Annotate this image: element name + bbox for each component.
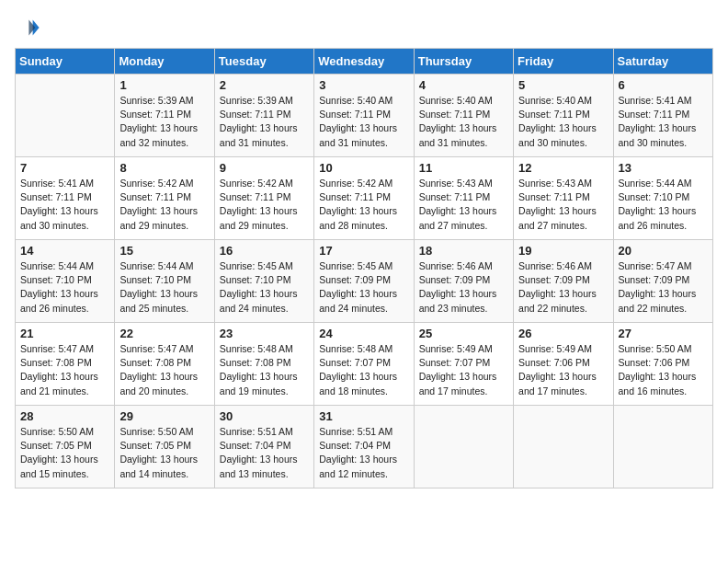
day-cell: 4Sunrise: 5:40 AMSunset: 7:11 PMDaylight…	[414, 75, 513, 157]
day-number: 31	[319, 409, 408, 423]
day-cell: 9Sunrise: 5:42 AMSunset: 7:11 PMDaylight…	[214, 157, 313, 240]
day-number: 10	[319, 161, 408, 175]
day-info: Sunrise: 5:51 AMSunset: 7:04 PMDaylight:…	[220, 425, 309, 481]
day-number: 25	[419, 327, 508, 340]
header-monday: Monday	[115, 49, 214, 75]
logo-icon	[15, 15, 40, 40]
day-cell: 3Sunrise: 5:40 AMSunset: 7:11 PMDaylight…	[314, 75, 414, 157]
day-cell: 16Sunrise: 5:45 AMSunset: 7:10 PMDayligh…	[214, 240, 313, 323]
day-number: 30	[220, 409, 309, 423]
day-cell: 25Sunrise: 5:49 AMSunset: 7:07 PMDayligh…	[414, 323, 513, 406]
day-info: Sunrise: 5:50 AMSunset: 7:05 PMDaylight:…	[20, 425, 109, 481]
header-sunday: Sunday	[16, 49, 115, 75]
page-header	[15, 15, 713, 40]
day-cell: 7Sunrise: 5:41 AMSunset: 7:11 PMDaylight…	[16, 157, 115, 240]
day-cell: 11Sunrise: 5:43 AMSunset: 7:11 PMDayligh…	[414, 157, 513, 240]
header-saturday: Saturday	[613, 49, 712, 75]
week-row-1: 1Sunrise: 5:39 AMSunset: 7:11 PMDaylight…	[16, 75, 713, 157]
day-cell: 20Sunrise: 5:47 AMSunset: 7:09 PMDayligh…	[613, 240, 712, 323]
day-cell: 15Sunrise: 5:44 AMSunset: 7:10 PMDayligh…	[115, 240, 214, 323]
day-number: 1	[119, 78, 209, 92]
day-info: Sunrise: 5:41 AMSunset: 7:11 PMDaylight:…	[20, 177, 109, 233]
day-info: Sunrise: 5:43 AMSunset: 7:11 PMDaylight:…	[518, 177, 608, 233]
day-cell: 1Sunrise: 5:39 AMSunset: 7:11 PMDaylight…	[115, 75, 214, 157]
day-info: Sunrise: 5:40 AMSunset: 7:11 PMDaylight:…	[319, 94, 408, 150]
day-info: Sunrise: 5:42 AMSunset: 7:11 PMDaylight:…	[319, 177, 408, 233]
day-info: Sunrise: 5:41 AMSunset: 7:11 PMDaylight:…	[619, 94, 708, 150]
day-number: 22	[119, 327, 209, 340]
day-cell: 23Sunrise: 5:48 AMSunset: 7:08 PMDayligh…	[214, 323, 313, 406]
day-info: Sunrise: 5:50 AMSunset: 7:06 PMDaylight:…	[619, 342, 708, 398]
day-cell: 17Sunrise: 5:45 AMSunset: 7:09 PMDayligh…	[314, 240, 414, 323]
day-number: 14	[20, 244, 109, 258]
day-cell: 8Sunrise: 5:42 AMSunset: 7:11 PMDaylight…	[115, 157, 214, 240]
header-thursday: Thursday	[414, 49, 513, 75]
day-cell	[613, 406, 712, 488]
day-number: 27	[619, 327, 708, 340]
day-cell	[514, 406, 613, 488]
day-number: 8	[119, 161, 209, 175]
day-number: 20	[619, 244, 708, 258]
day-number: 17	[319, 244, 408, 258]
day-number: 7	[20, 161, 109, 175]
day-number: 29	[119, 409, 209, 423]
day-info: Sunrise: 5:51 AMSunset: 7:04 PMDaylight:…	[319, 425, 408, 481]
day-cell: 24Sunrise: 5:48 AMSunset: 7:07 PMDayligh…	[314, 323, 414, 406]
day-cell: 31Sunrise: 5:51 AMSunset: 7:04 PMDayligh…	[314, 406, 414, 488]
day-number: 26	[518, 327, 608, 340]
day-number: 11	[419, 161, 508, 175]
day-info: Sunrise: 5:47 AMSunset: 7:09 PMDaylight:…	[619, 259, 708, 316]
day-cell	[414, 406, 513, 488]
day-info: Sunrise: 5:50 AMSunset: 7:05 PMDaylight:…	[119, 425, 209, 481]
day-info: Sunrise: 5:48 AMSunset: 7:07 PMDaylight:…	[319, 342, 408, 398]
day-number: 15	[119, 244, 209, 258]
day-number: 6	[619, 78, 708, 92]
day-cell: 28Sunrise: 5:50 AMSunset: 7:05 PMDayligh…	[16, 406, 115, 488]
header-wednesday: Wednesday	[314, 49, 414, 75]
day-number: 5	[518, 78, 608, 92]
day-number: 28	[20, 409, 109, 423]
week-row-2: 7Sunrise: 5:41 AMSunset: 7:11 PMDaylight…	[16, 157, 713, 240]
day-info: Sunrise: 5:46 AMSunset: 7:09 PMDaylight:…	[518, 259, 608, 316]
day-info: Sunrise: 5:44 AMSunset: 7:10 PMDaylight:…	[619, 177, 708, 233]
header-friday: Friday	[514, 49, 613, 75]
day-info: Sunrise: 5:46 AMSunset: 7:09 PMDaylight:…	[419, 259, 508, 316]
day-cell: 2Sunrise: 5:39 AMSunset: 7:11 PMDaylight…	[214, 75, 313, 157]
day-info: Sunrise: 5:40 AMSunset: 7:11 PMDaylight:…	[518, 94, 608, 150]
day-number: 21	[20, 327, 109, 340]
day-info: Sunrise: 5:43 AMSunset: 7:11 PMDaylight:…	[419, 177, 508, 233]
day-info: Sunrise: 5:39 AMSunset: 7:11 PMDaylight:…	[119, 94, 209, 150]
day-info: Sunrise: 5:40 AMSunset: 7:11 PMDaylight:…	[419, 94, 508, 150]
day-info: Sunrise: 5:44 AMSunset: 7:10 PMDaylight:…	[20, 259, 109, 316]
calendar-table: SundayMondayTuesdayWednesdayThursdayFrid…	[15, 48, 713, 488]
day-number: 3	[319, 78, 408, 92]
day-number: 24	[319, 327, 408, 340]
day-cell: 21Sunrise: 5:47 AMSunset: 7:08 PMDayligh…	[16, 323, 115, 406]
day-cell: 6Sunrise: 5:41 AMSunset: 7:11 PMDaylight…	[613, 75, 712, 157]
logo	[15, 15, 44, 40]
day-cell: 19Sunrise: 5:46 AMSunset: 7:09 PMDayligh…	[514, 240, 613, 323]
day-info: Sunrise: 5:45 AMSunset: 7:09 PMDaylight:…	[319, 259, 408, 316]
day-cell: 18Sunrise: 5:46 AMSunset: 7:09 PMDayligh…	[414, 240, 513, 323]
day-cell: 10Sunrise: 5:42 AMSunset: 7:11 PMDayligh…	[314, 157, 414, 240]
day-number: 23	[220, 327, 309, 340]
day-number: 9	[220, 161, 309, 175]
day-cell: 12Sunrise: 5:43 AMSunset: 7:11 PMDayligh…	[514, 157, 613, 240]
day-number: 2	[220, 78, 309, 92]
day-number: 12	[518, 161, 608, 175]
day-cell: 22Sunrise: 5:47 AMSunset: 7:08 PMDayligh…	[115, 323, 214, 406]
day-info: Sunrise: 5:45 AMSunset: 7:10 PMDaylight:…	[220, 259, 309, 316]
day-cell: 14Sunrise: 5:44 AMSunset: 7:10 PMDayligh…	[16, 240, 115, 323]
week-row-5: 28Sunrise: 5:50 AMSunset: 7:05 PMDayligh…	[16, 406, 713, 488]
day-info: Sunrise: 5:42 AMSunset: 7:11 PMDaylight:…	[119, 177, 209, 233]
day-info: Sunrise: 5:44 AMSunset: 7:10 PMDaylight:…	[119, 259, 209, 316]
day-cell: 30Sunrise: 5:51 AMSunset: 7:04 PMDayligh…	[214, 406, 313, 488]
day-cell	[16, 75, 115, 157]
header-tuesday: Tuesday	[214, 49, 313, 75]
day-cell: 27Sunrise: 5:50 AMSunset: 7:06 PMDayligh…	[613, 323, 712, 406]
day-info: Sunrise: 5:42 AMSunset: 7:11 PMDaylight:…	[220, 177, 309, 233]
day-number: 13	[619, 161, 708, 175]
week-row-3: 14Sunrise: 5:44 AMSunset: 7:10 PMDayligh…	[16, 240, 713, 323]
day-info: Sunrise: 5:49 AMSunset: 7:07 PMDaylight:…	[419, 342, 508, 398]
day-info: Sunrise: 5:39 AMSunset: 7:11 PMDaylight:…	[220, 94, 309, 150]
